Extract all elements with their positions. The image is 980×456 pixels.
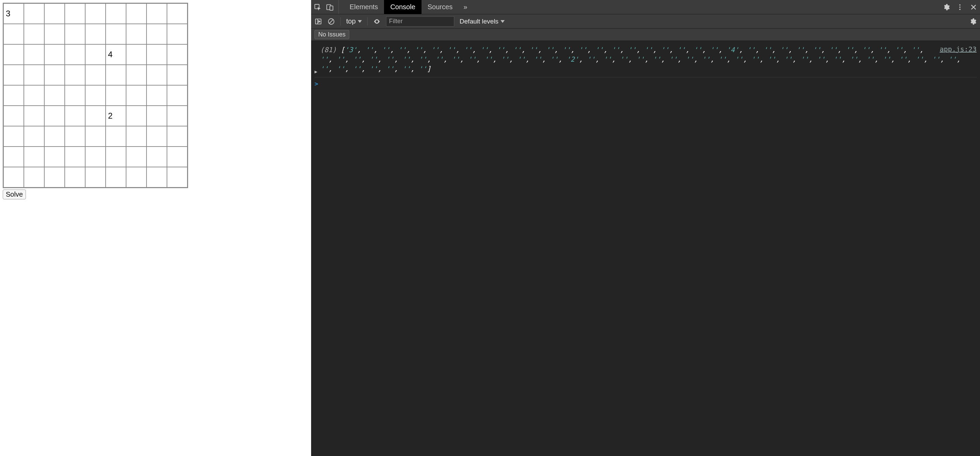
sudoku-cell[interactable]: [146, 24, 167, 44]
sudoku-cell[interactable]: [85, 147, 106, 167]
sudoku-cell[interactable]: [146, 167, 167, 187]
sudoku-cell[interactable]: [44, 44, 65, 65]
sudoku-cell[interactable]: [126, 3, 146, 24]
sudoku-cell[interactable]: [65, 85, 85, 106]
kebab-menu-icon[interactable]: [956, 3, 964, 11]
sudoku-cell[interactable]: [126, 167, 146, 187]
expand-icon[interactable]: ▶: [315, 69, 317, 74]
sudoku-cell[interactable]: [3, 126, 24, 147]
sudoku-cell[interactable]: [106, 24, 126, 44]
clear-console-icon[interactable]: [328, 18, 335, 25]
sudoku-cell[interactable]: [44, 106, 65, 126]
sudoku-cell[interactable]: [167, 126, 188, 147]
log-source-link[interactable]: app.js:23: [940, 45, 977, 53]
tab-console[interactable]: Console: [384, 0, 421, 14]
sudoku-cell[interactable]: [44, 24, 65, 44]
sudoku-cell[interactable]: [126, 44, 146, 65]
sudoku-cell[interactable]: [167, 167, 188, 187]
device-toggle-icon[interactable]: [326, 3, 334, 11]
sudoku-cell[interactable]: [146, 3, 167, 24]
log-levels-select[interactable]: Default levels: [460, 18, 505, 25]
sudoku-cell[interactable]: [65, 147, 85, 167]
close-icon[interactable]: [970, 3, 977, 11]
context-selector[interactable]: top: [346, 18, 362, 25]
sudoku-cell[interactable]: [44, 65, 65, 85]
sudoku-cell[interactable]: [85, 24, 106, 44]
sudoku-cell[interactable]: [126, 147, 146, 167]
sudoku-cell[interactable]: [3, 147, 24, 167]
sudoku-cell[interactable]: [85, 44, 106, 65]
sudoku-cell[interactable]: [106, 3, 126, 24]
sudoku-cell[interactable]: [24, 147, 44, 167]
sudoku-cell[interactable]: [65, 3, 85, 24]
sudoku-cell[interactable]: [44, 147, 65, 167]
sudoku-cell[interactable]: [24, 24, 44, 44]
gear-icon[interactable]: [969, 18, 977, 25]
sudoku-cell[interactable]: [65, 167, 85, 187]
sudoku-cell[interactable]: [24, 44, 44, 65]
more-tabs-icon[interactable]: »: [463, 3, 467, 11]
filter-input[interactable]: [386, 16, 454, 27]
sudoku-cell[interactable]: [126, 126, 146, 147]
sudoku-cell[interactable]: [146, 126, 167, 147]
sudoku-cell[interactable]: [65, 65, 85, 85]
console-log-row[interactable]: ▶ app.js:23 (81) ['3', '', '', '', '', '…: [315, 43, 977, 77]
sudoku-cell[interactable]: [167, 44, 188, 65]
sudoku-cell[interactable]: [126, 24, 146, 44]
sudoku-cell[interactable]: [24, 85, 44, 106]
sudoku-cell[interactable]: [126, 106, 146, 126]
sudoku-cell[interactable]: [24, 65, 44, 85]
sudoku-cell[interactable]: [24, 106, 44, 126]
sudoku-cell[interactable]: [106, 44, 126, 65]
sudoku-cell[interactable]: [167, 85, 188, 106]
sudoku-cell[interactable]: [126, 85, 146, 106]
sudoku-cell[interactable]: [65, 24, 85, 44]
sudoku-cell[interactable]: [44, 126, 65, 147]
sudoku-cell[interactable]: [3, 167, 24, 187]
sudoku-cell[interactable]: [146, 44, 167, 65]
issues-button[interactable]: No Issues: [315, 30, 349, 39]
sudoku-cell[interactable]: [106, 106, 126, 126]
sudoku-cell[interactable]: [106, 65, 126, 85]
sudoku-cell[interactable]: [167, 24, 188, 44]
sudoku-cell[interactable]: [167, 65, 188, 85]
sudoku-cell[interactable]: [126, 65, 146, 85]
sudoku-cell[interactable]: [85, 126, 106, 147]
sudoku-cell[interactable]: [106, 126, 126, 147]
sudoku-cell[interactable]: [106, 85, 126, 106]
sudoku-cell[interactable]: [167, 147, 188, 167]
sudoku-cell[interactable]: [85, 106, 106, 126]
sudoku-cell[interactable]: [24, 167, 44, 187]
sudoku-cell[interactable]: [106, 147, 126, 167]
sudoku-cell[interactable]: [85, 85, 106, 106]
sudoku-cell[interactable]: [146, 147, 167, 167]
sudoku-cell[interactable]: [24, 126, 44, 147]
sudoku-cell[interactable]: [44, 85, 65, 106]
sudoku-cell[interactable]: [146, 106, 167, 126]
sudoku-cell[interactable]: [106, 167, 126, 187]
gear-icon[interactable]: [942, 3, 950, 11]
sudoku-cell[interactable]: [167, 106, 188, 126]
console-sidebar-toggle-icon[interactable]: [315, 18, 322, 25]
live-expression-icon[interactable]: [373, 18, 380, 25]
sudoku-cell[interactable]: [146, 85, 167, 106]
sudoku-cell[interactable]: [3, 106, 24, 126]
sudoku-cell[interactable]: [85, 3, 106, 24]
inspect-element-icon[interactable]: [314, 3, 321, 11]
tab-elements[interactable]: Elements: [344, 0, 384, 14]
sudoku-cell[interactable]: [3, 65, 24, 85]
sudoku-cell[interactable]: [146, 65, 167, 85]
console-prompt-input[interactable]: [321, 80, 977, 88]
sudoku-cell[interactable]: [85, 65, 106, 85]
sudoku-cell[interactable]: [65, 126, 85, 147]
tab-sources[interactable]: Sources: [422, 0, 459, 14]
sudoku-cell[interactable]: [24, 3, 44, 24]
sudoku-cell[interactable]: [3, 24, 24, 44]
sudoku-cell[interactable]: [3, 85, 24, 106]
sudoku-cell[interactable]: [65, 106, 85, 126]
sudoku-cell[interactable]: [44, 3, 65, 24]
sudoku-cell[interactable]: [85, 167, 106, 187]
sudoku-cell[interactable]: [167, 3, 188, 24]
sudoku-cell[interactable]: [44, 167, 65, 187]
sudoku-cell[interactable]: [3, 44, 24, 65]
